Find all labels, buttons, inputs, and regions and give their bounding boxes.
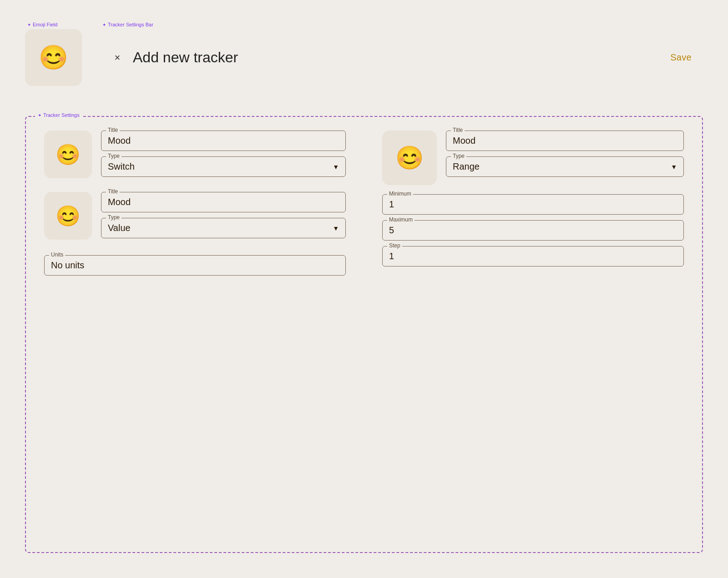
emoji-switch: 😊 [56,143,81,166]
fields-value: Title Type Value ▼ [101,192,346,238]
numeric-section: Minimum Maximum Step [382,194,684,266]
type-label-value: Type [106,214,121,221]
title-label-value: Title [106,188,120,195]
maximum-field: Maximum [382,220,684,241]
tracker-card-value: 😊 Title Type Value ▼ [44,192,346,240]
units-field: Units [44,255,346,276]
emoji-field-annotation: Emoji Field [27,22,57,27]
type-label-range: Type [451,153,466,159]
type-value-switch: Switch [108,160,135,172]
right-column: 😊 Title Type Range ▼ [382,131,684,534]
tracker-card-switch: 😊 Title Type Switch ▼ [44,131,346,178]
dropdown-arrow-value: ▼ [333,225,339,232]
tracker-settings-bar: × Add new tracker Save [100,29,701,86]
type-field-switch[interactable]: Type Switch ▼ [101,156,346,177]
maximum-label: Maximum [387,216,415,223]
type-field-value[interactable]: Type Value ▼ [101,218,346,238]
step-label: Step [387,242,402,249]
type-field-range[interactable]: Type Range ▼ [446,156,684,177]
page-title: Add new tracker [133,49,670,66]
step-field: Step [382,246,684,266]
title-input-range[interactable] [453,134,677,146]
type-value-value: Value [108,221,131,233]
emoji-value: 😊 [56,204,81,228]
settings-grid: 😊 Title Type Switch ▼ [44,131,684,534]
title-label-switch: Title [106,127,120,133]
tracker-card-range: 😊 Title Type Range ▼ [382,131,684,185]
save-button[interactable]: Save [670,52,692,63]
maximum-input[interactable] [389,223,677,236]
left-column: 😊 Title Type Switch ▼ [44,131,346,534]
title-label-range: Title [451,127,465,133]
emoji-range: 😊 [395,145,424,171]
tracker-settings-container: Tracker Settings 😊 Title Type Switc [25,116,703,553]
title-input-switch[interactable] [108,134,339,146]
emoji-display: 😊 [39,44,68,71]
title-input-value[interactable] [108,195,339,207]
title-field-value: Title [101,192,346,212]
close-button[interactable]: × [109,50,126,66]
minimum-label: Minimum [387,191,413,197]
tracker-emoji-value[interactable]: 😊 [44,192,92,240]
emoji-field-box[interactable]: 😊 [25,29,82,86]
fields-range: Title Type Range ▼ [446,131,684,177]
units-input[interactable] [51,258,339,271]
units-label: Units [49,251,65,258]
tracker-emoji-switch[interactable]: 😊 [44,131,92,178]
minimum-field: Minimum [382,194,684,215]
tracker-settings-annotation: Tracker Settings [35,112,82,118]
units-section: Units [44,255,346,276]
tracker-settings-bar-annotation: Tracker Settings Bar [102,22,153,27]
dropdown-arrow-range: ▼ [671,163,677,171]
minimum-input[interactable] [389,197,677,210]
title-field-switch: Title [101,131,346,151]
type-label-switch: Type [106,153,121,159]
title-field-range: Title [446,131,684,151]
tracker-emoji-range[interactable]: 😊 [382,131,437,185]
step-input[interactable] [389,249,677,261]
dropdown-arrow-switch: ▼ [333,163,339,171]
type-value-range: Range [453,160,480,172]
fields-switch: Title Type Switch ▼ [101,131,346,177]
